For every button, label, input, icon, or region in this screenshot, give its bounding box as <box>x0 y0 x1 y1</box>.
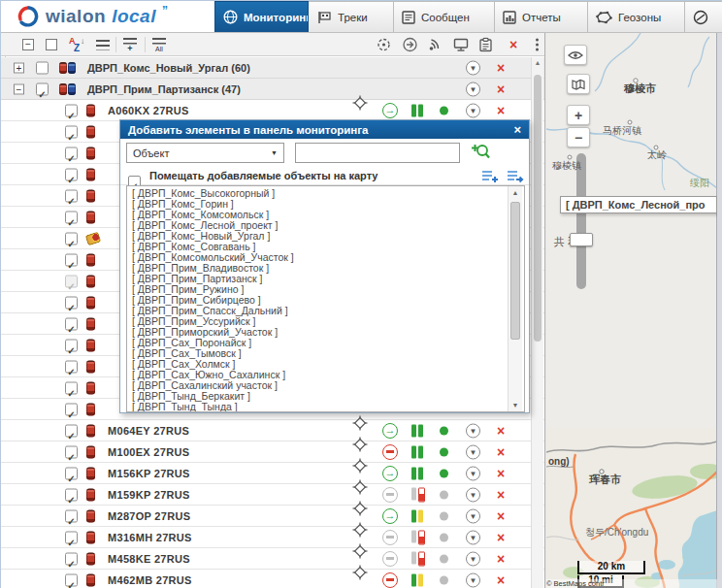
unit-remove-icon[interactable]: × <box>497 445 505 459</box>
unit-menu-caret-icon[interactable]: ▼ <box>466 508 480 523</box>
group-remove-icon[interactable]: × <box>497 61 505 75</box>
scroll-down-icon[interactable]: ▼ <box>509 402 522 408</box>
unit-menu-caret-icon[interactable]: ▼ <box>466 103 480 117</box>
unit-list-scrollbar[interactable]: ▲ <box>531 57 543 588</box>
scrollbar-thumb[interactable] <box>534 75 542 342</box>
toolbar-menu-icon[interactable] <box>536 43 539 46</box>
group-checkbox[interactable]: ✓ <box>36 61 49 74</box>
dialog-close-icon[interactable]: × <box>513 122 521 137</box>
unit-checkbox[interactable]: ✓ <box>65 360 78 373</box>
unit-remove-icon[interactable]: × <box>497 531 505 544</box>
locate-unit-icon[interactable] <box>352 479 368 495</box>
locate-unit-icon[interactable] <box>352 522 368 538</box>
unit-menu-caret-icon[interactable]: ▼ <box>466 466 480 480</box>
tab-geofences[interactable]: Геозоны <box>588 1 685 32</box>
unit-menu-caret-icon[interactable]: ▼ <box>466 530 480 544</box>
group-menu-caret-icon[interactable]: ▼ <box>466 82 480 96</box>
unit-remove-icon[interactable]: × <box>497 509 505 523</box>
unit-row[interactable]: ✓ M316MH 27RUS ▼ × <box>1 527 544 548</box>
locate-unit-icon[interactable] <box>352 543 368 559</box>
unit-remove-icon[interactable]: × <box>497 104 505 117</box>
available-groups-list[interactable]: [ ДВРП_Комс_Высокогорный ][ ДВРП_Комс_Го… <box>126 185 525 412</box>
locate-unit-icon[interactable] <box>352 565 368 580</box>
unit-checkbox[interactable]: ✓ <box>65 424 78 437</box>
tab-tracks[interactable]: Треки <box>309 1 394 32</box>
scroll-up-icon[interactable]: ▲ <box>509 189 522 196</box>
unit-checkbox[interactable]: ✓ <box>65 253 78 266</box>
unit-checkbox[interactable]: ✓ <box>65 317 78 330</box>
unit-menu-caret-icon[interactable]: ▼ <box>466 444 480 459</box>
locate-unit-icon[interactable] <box>352 501 368 516</box>
show-all-icon[interactable]: All <box>152 37 166 51</box>
zoom-out-button[interactable]: − <box>567 127 590 147</box>
item-type-select[interactable]: Объект ▼ <box>126 143 284 163</box>
unit-row[interactable]: ✓ A060KX 27RUS ▼ × <box>1 100 544 121</box>
unit-row[interactable]: ✓ M159KP 27RUS ▼ × <box>1 484 544 506</box>
sort-az-icon[interactable]: AZ↓ <box>69 37 83 52</box>
unit-checkbox[interactable]: ✓ <box>65 509 78 522</box>
zoom-in-button[interactable]: + <box>567 105 590 125</box>
unit-checkbox[interactable]: ✓ <box>65 147 78 159</box>
unit-remove-icon[interactable]: × <box>497 424 505 438</box>
unit-row[interactable]: ✓ M462MB 27RUS ▼ × <box>1 570 544 588</box>
unit-menu-caret-icon[interactable]: ▼ <box>466 423 480 438</box>
unit-checkbox[interactable]: ✓ <box>65 381 78 394</box>
unit-checkbox[interactable]: ✓ <box>65 275 78 287</box>
track-connection-icon[interactable] <box>428 38 443 51</box>
group-expander-icon[interactable]: − <box>14 83 24 94</box>
unit-checkbox[interactable]: ✓ <box>65 232 78 245</box>
tab-reports[interactable]: Отчеты <box>495 1 588 32</box>
locate-unit-icon[interactable] <box>352 415 368 431</box>
scroll-up-icon[interactable]: ▲ <box>532 59 543 66</box>
unit-remove-icon[interactable]: × <box>497 467 505 480</box>
scrollbar-thumb[interactable] <box>510 202 520 340</box>
map[interactable]: 穆棱市 马桥河镇 太岭 绥阳 穆棱镇 共 和 珲春市 청두/Ch'ongdu o… <box>546 33 717 588</box>
unit-checkbox[interactable]: ✓ <box>65 488 78 501</box>
unit-remove-icon[interactable]: × <box>497 488 505 502</box>
unit-checkbox[interactable]: ✓ <box>65 168 78 180</box>
locate-unit-icon[interactable] <box>352 95 368 111</box>
unit-checkbox[interactable]: ✓ <box>65 467 78 479</box>
unit-checkbox[interactable]: ✓ <box>65 125 78 138</box>
display-mode-icon[interactable] <box>46 39 57 50</box>
unit-checkbox[interactable]: ✓ <box>65 552 78 565</box>
zoom-slider-handle[interactable] <box>570 233 593 246</box>
list-view-icon[interactable] <box>96 39 110 49</box>
map-visibility-eye-button[interactable] <box>564 45 587 65</box>
unit-checkbox[interactable]: ✓ <box>65 211 78 223</box>
map-layers-button[interactable] <box>567 74 590 94</box>
unit-checkbox[interactable]: ✓ <box>65 189 78 202</box>
tab-monitoring[interactable]: Мониторинг <box>214 1 309 32</box>
group-remove-icon[interactable]: × <box>497 82 505 96</box>
unit-row[interactable]: ✓ M156KP 27RUS ▼ × <box>1 463 544 484</box>
group-menu-caret-icon[interactable]: ▼ <box>466 60 480 75</box>
unit-checkbox[interactable]: ✓ <box>65 531 78 543</box>
unit-menu-caret-icon[interactable]: ▼ <box>466 551 480 566</box>
unit-checkbox[interactable]: ✓ <box>65 296 78 309</box>
unit-checkbox[interactable]: ✓ <box>65 104 78 116</box>
collapse-all-icon[interactable]: − <box>22 39 34 50</box>
unit-remove-icon[interactable]: × <box>497 573 505 587</box>
unit-row[interactable]: ✓ M287OP 27RUS ▼ × <box>1 506 544 527</box>
locate-unit-icon[interactable] <box>352 458 368 474</box>
unit-remove-icon[interactable]: × <box>497 552 505 566</box>
tab-next-partial[interactable] <box>685 1 722 32</box>
follow-units-icon[interactable] <box>376 36 392 52</box>
unit-menu-caret-icon[interactable]: ▼ <box>466 572 480 587</box>
unit-row[interactable]: ✓ M100EX 27RUS ▼ × <box>1 441 544 463</box>
unit-row[interactable]: ✓ M064EY 27RUS ▼ × <box>1 420 544 441</box>
dialog-titlebar[interactable]: Добавить элементы в панель мониторинга × <box>120 120 529 139</box>
add-search-icon[interactable] <box>470 143 490 165</box>
monitor-icon[interactable] <box>453 38 469 51</box>
unit-row[interactable]: ✓ M458KE 27RUS ▼ × <box>1 548 544 570</box>
unit-menu-caret-icon[interactable]: ▼ <box>466 487 480 502</box>
unit-checkbox[interactable]: ✓ <box>65 339 78 351</box>
group-row[interactable]: − ✓ ДВРП_Прим_Партизанск (47) ▼ × <box>1 79 544 100</box>
unit-checkbox[interactable]: ✓ <box>65 445 78 458</box>
add-to-list-icon[interactable]: + <box>123 37 137 51</box>
unit-checkbox[interactable]: ✓ <box>65 573 78 586</box>
unit-checkbox[interactable]: ✓ <box>65 403 78 415</box>
zoom-slider-track[interactable] <box>576 153 586 289</box>
tab-messages[interactable]: Сообщен <box>394 1 495 32</box>
window-scroll-strip[interactable] <box>716 33 722 588</box>
